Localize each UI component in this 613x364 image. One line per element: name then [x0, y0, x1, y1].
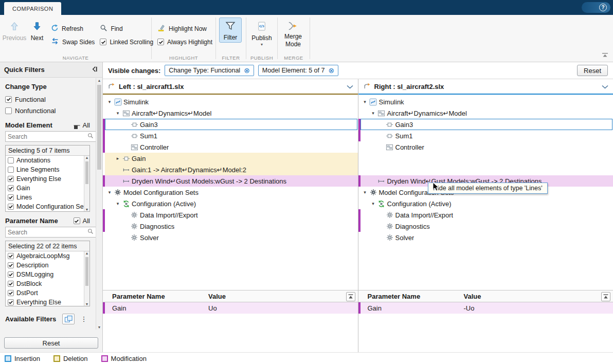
filter-list-item[interactable]: Everything Else: [6, 174, 83, 184]
tree-row[interactable]: ▾Configuration (Active): [358, 198, 613, 209]
filter-chip-model-element[interactable]: Model Element: 5 of 7 ⊗: [258, 65, 338, 76]
checkbox[interactable]: [100, 39, 106, 45]
caret-down-icon[interactable]: ▾: [106, 190, 113, 195]
filter-list-item[interactable]: DSMLogging: [6, 270, 83, 279]
help-button[interactable]: ?: [582, 2, 610, 13]
previous-button[interactable]: Previous: [3, 17, 26, 43]
tree-row[interactable]: ▸Gain: [103, 153, 358, 164]
tree-row[interactable]: ▾Model Configuration Sets: [103, 187, 358, 198]
checkbox[interactable]: [8, 167, 14, 173]
tree-row[interactable]: Gain3: [103, 119, 358, 130]
find-button[interactable]: Find: [97, 23, 156, 34]
filter-list-item[interactable]: Everything Else: [6, 298, 83, 306]
highlight-now-button[interactable]: Highlight Now: [155, 23, 215, 34]
tree-row[interactable]: Controller: [103, 141, 358, 153]
change-type-option[interactable]: Functional: [5, 94, 90, 105]
parameter-name-all-checkbox[interactable]: All: [74, 217, 90, 225]
caret-down-icon[interactable]: ▾: [370, 111, 377, 116]
sidebar-scrollbar[interactable]: ▲ ▼: [96, 78, 102, 330]
caret-right-icon[interactable]: ▸: [114, 156, 121, 161]
tree-row[interactable]: Diagnostics: [103, 221, 358, 232]
scroll-down-icon[interactable]: ▼: [84, 208, 89, 211]
filters-reset-button[interactable]: Reset: [577, 65, 608, 76]
collapse-sidebar-icon[interactable]: [91, 66, 98, 74]
caret-down-icon[interactable]: ▾: [106, 99, 113, 104]
model-element-search-input[interactable]: [5, 131, 96, 142]
scroll-up-icon[interactable]: ▲: [96, 79, 102, 82]
checkbox[interactable]: [8, 253, 14, 259]
publish-button[interactable]: Publish ▾: [249, 17, 274, 48]
scroll-down-icon[interactable]: ▼: [84, 302, 89, 306]
tree-row[interactable]: Solver: [358, 232, 613, 243]
caret-down-icon[interactable]: ▾: [362, 99, 369, 104]
filter-list-item[interactable]: AlgebraicLoopMsg: [6, 251, 83, 261]
collapse-parameters-button[interactable]: [346, 292, 355, 301]
checkbox[interactable]: [8, 299, 14, 305]
chevron-down-icon[interactable]: [347, 83, 353, 90]
scrollbar-thumb[interactable]: [97, 85, 101, 170]
checkbox[interactable]: [8, 204, 14, 210]
chevron-down-icon[interactable]: [602, 83, 608, 90]
checkbox[interactable]: [5, 107, 12, 114]
tree-row[interactable]: ▾Configuration (Active): [103, 198, 358, 209]
checkbox[interactable]: [8, 290, 14, 296]
tree-row[interactable]: Dryden Wind↵Gust Models:wGust -> 2 Desti…: [103, 175, 358, 187]
filter-list-item[interactable]: Line Segments: [6, 165, 83, 174]
checkbox[interactable]: [8, 262, 14, 268]
next-button[interactable]: Next: [26, 17, 48, 43]
checkbox[interactable]: [8, 194, 14, 201]
collapse-parameters-button[interactable]: [601, 292, 610, 301]
always-highlight-checkbox[interactable]: Always Highlight: [155, 37, 215, 47]
caret-down-icon[interactable]: ▾: [114, 201, 121, 206]
left-parameter-row[interactable]: Gain Uo: [103, 302, 358, 314]
merge-mode-button[interactable]: Merge Mode: [281, 17, 305, 49]
tree-row[interactable]: ▾Simulink: [103, 96, 358, 107]
tree-row[interactable]: ▾Simulink: [358, 96, 613, 107]
tree-row[interactable]: ▾Aircraft↵Dynamics↵Model: [358, 107, 613, 119]
scroll-up-icon[interactable]: ▲: [84, 156, 89, 159]
checkbox[interactable]: [5, 96, 12, 103]
tree-row[interactable]: Data Import//Export: [358, 209, 613, 221]
caret-down-icon[interactable]: ▾: [370, 201, 377, 206]
manage-filters-button[interactable]: [62, 314, 75, 324]
tree-row[interactable]: ▾Aircraft↵Dynamics↵Model: [103, 107, 358, 119]
right-parameter-row[interactable]: Gain -Uo: [358, 302, 613, 314]
filter-list-item[interactable]: Model Configuration Set: [6, 202, 83, 211]
checkbox[interactable]: [8, 281, 14, 287]
scrollbar-thumb[interactable]: [85, 161, 88, 184]
filter-list-item[interactable]: Lines: [6, 193, 83, 202]
more-options-button[interactable]: ⋮: [78, 314, 90, 324]
tree-row[interactable]: Data Import//Export: [103, 209, 358, 221]
filter-list-item[interactable]: Description: [6, 261, 83, 270]
filter-chip-change-type[interactable]: Change Type: Functional ⊗: [165, 65, 254, 76]
checkbox[interactable]: [74, 217, 80, 224]
model-element-all-checkbox[interactable]: All: [74, 121, 90, 129]
scrollbar[interactable]: ▲ ▼: [84, 251, 89, 306]
scroll-up-icon[interactable]: ▲: [84, 251, 89, 255]
change-type-option[interactable]: Nonfunctional: [5, 105, 90, 116]
tree-row[interactable]: Diagnostics: [358, 221, 613, 232]
minimize-toolstrip-button[interactable]: [602, 51, 608, 59]
checkbox[interactable]: [157, 39, 164, 45]
checkbox-indeterminate[interactable]: [74, 125, 80, 126]
swap-sides-button[interactable]: Swap Sides: [48, 37, 97, 47]
tree-row[interactable]: Controller: [358, 141, 613, 153]
scrollbar[interactable]: ▲ ▼: [84, 156, 89, 211]
filter-list-item[interactable]: Annotations: [6, 156, 83, 165]
tree-row[interactable]: Gain3: [358, 119, 613, 130]
filter-list-item[interactable]: DstBlock: [6, 279, 83, 288]
scrollbar-thumb[interactable]: [85, 257, 88, 286]
checkbox[interactable]: [8, 176, 14, 182]
tab-comparison[interactable]: COMPARISON: [4, 2, 61, 15]
filter-list-item[interactable]: DstPort: [6, 288, 83, 298]
caret-down-icon[interactable]: ▾: [114, 111, 121, 116]
remove-filter-icon[interactable]: ⊗: [328, 67, 334, 74]
tree-row[interactable]: Sum1: [358, 130, 613, 141]
tree-row[interactable]: Solver: [103, 232, 358, 243]
filter-list-item[interactable]: Gain: [6, 184, 83, 193]
linked-scrolling-checkbox[interactable]: Linked Scrolling: [97, 37, 156, 47]
checkbox[interactable]: [8, 185, 14, 191]
checkbox[interactable]: [8, 271, 14, 278]
filter-button[interactable]: Filter: [219, 17, 242, 43]
scroll-down-icon[interactable]: ▼: [96, 325, 102, 329]
